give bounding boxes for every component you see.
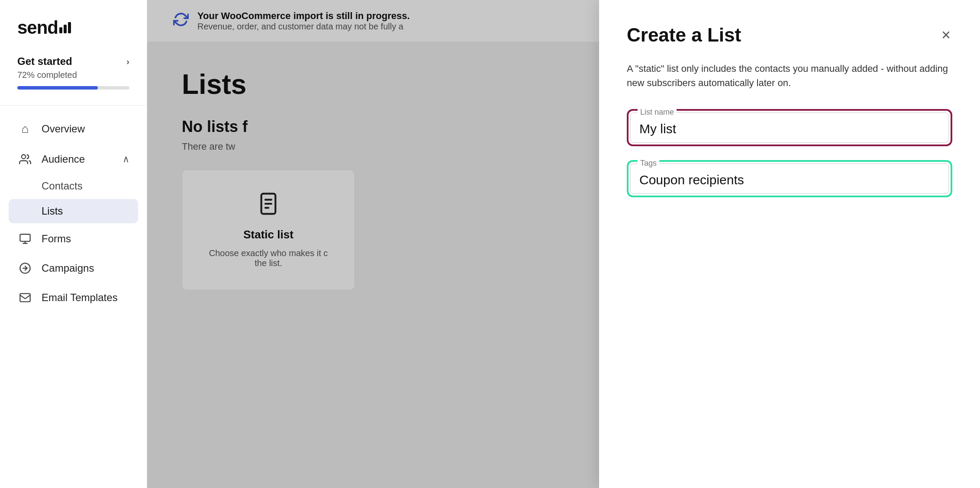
sidebar-item-forms[interactable]: Forms: [9, 225, 138, 253]
bar2: [64, 25, 67, 33]
home-icon: ⌂: [17, 122, 33, 136]
logo-bars-icon: [59, 22, 71, 33]
progress-bar-bg: [17, 86, 129, 90]
audience-section: Audience ∧ Contacts Lists: [9, 145, 138, 223]
logo-text: send: [17, 17, 58, 38]
svg-rect-5: [20, 294, 30, 302]
modal-description: A "static" list only includes the contac…: [627, 61, 952, 90]
list-name-field-wrapper: List name: [630, 112, 949, 143]
list-name-highlight: List name: [627, 109, 952, 146]
audience-row-left: Audience: [17, 153, 85, 165]
sidebar-item-overview[interactable]: ⌂ Overview: [9, 114, 138, 144]
create-list-modal: Create a List × A "static" list only inc…: [599, 0, 980, 488]
sidebar-item-campaigns[interactable]: Campaigns: [9, 254, 138, 282]
sidebar-item-audience-label: Audience: [42, 153, 85, 165]
email-icon: [17, 292, 33, 304]
audience-expand-icon: ∧: [122, 154, 129, 165]
get-started-chevron-icon: ›: [126, 57, 129, 67]
progress-bar-fill: [17, 86, 98, 90]
bar3: [68, 22, 71, 33]
campaigns-icon: [17, 262, 33, 274]
svg-rect-1: [20, 234, 30, 241]
bar1: [59, 27, 62, 33]
get-started-title: Get started ›: [17, 55, 129, 67]
sidebar-item-campaigns-label: Campaigns: [42, 262, 94, 274]
logo-area: send: [0, 17, 147, 55]
list-name-input[interactable]: [639, 118, 940, 138]
svg-point-0: [22, 155, 26, 159]
modal-header: Create a List ×: [627, 24, 952, 46]
sidebar-item-email-templates[interactable]: Email Templates: [9, 284, 138, 311]
sidebar-item-email-templates-label: Email Templates: [42, 292, 118, 304]
tags-field-wrapper: Tags: [630, 164, 949, 194]
sidebar-item-audience[interactable]: Audience ∧: [9, 145, 138, 173]
list-name-label: List name: [638, 108, 677, 117]
sidebar-item-overview-label: Overview: [42, 123, 85, 135]
sidebar-item-contacts[interactable]: Contacts: [9, 174, 138, 198]
tags-highlight: Tags: [627, 160, 952, 197]
tags-input[interactable]: [639, 169, 940, 189]
modal-title: Create a List: [627, 24, 741, 46]
sidebar-divider: [0, 105, 147, 106]
modal-close-button[interactable]: ×: [940, 26, 952, 45]
forms-icon: [17, 233, 33, 245]
sidebar-nav: ⌂ Overview Audience ∧: [0, 114, 147, 311]
sidebar: send Get started › 72% completed ⌂ Overv…: [0, 0, 147, 488]
sidebar-item-lists[interactable]: Lists: [9, 199, 138, 223]
sidebar-item-contacts-label: Contacts: [42, 180, 83, 192]
tags-label: Tags: [638, 159, 659, 168]
progress-label: 72% completed: [17, 70, 129, 80]
sidebar-item-lists-label: Lists: [42, 205, 63, 217]
get-started-section[interactable]: Get started › 72% completed: [0, 55, 147, 105]
audience-icon: [17, 153, 33, 165]
sidebar-item-forms-label: Forms: [42, 233, 71, 245]
